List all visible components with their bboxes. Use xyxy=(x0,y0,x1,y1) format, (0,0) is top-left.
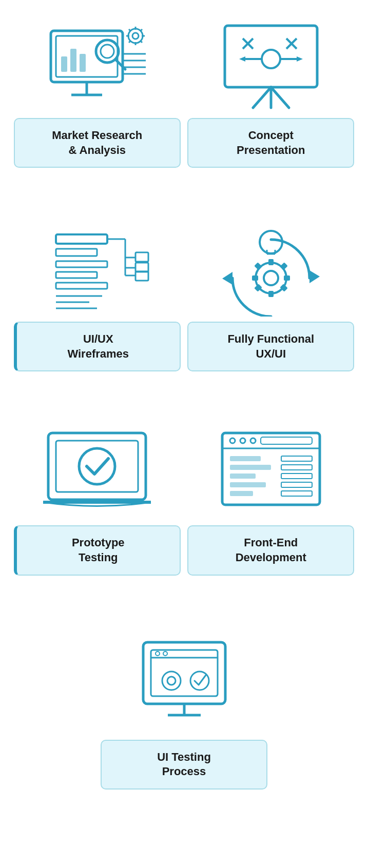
svg-rect-24 xyxy=(225,26,317,87)
prototype-testing-card: PrototypeTesting xyxy=(14,423,181,585)
svg-rect-42 xyxy=(135,252,148,262)
svg-rect-58 xyxy=(268,291,274,297)
svg-point-56 xyxy=(264,271,278,285)
svg-rect-47 xyxy=(56,261,107,267)
svg-line-19 xyxy=(129,41,131,43)
svg-line-34 xyxy=(253,87,271,108)
svg-rect-37 xyxy=(56,234,107,244)
svg-rect-62 xyxy=(280,262,288,270)
svg-line-16 xyxy=(129,29,131,31)
uiux-wireframes-card: UI/UXWireframes xyxy=(14,219,181,382)
svg-rect-69 xyxy=(48,433,146,500)
svg-rect-48 xyxy=(56,272,97,278)
market-research-label: Market Research& Analysis xyxy=(14,118,181,168)
svg-point-11 xyxy=(132,33,139,39)
svg-rect-44 xyxy=(135,263,148,272)
svg-rect-38 xyxy=(56,249,97,256)
uiux-wireframes-label: UI/UXWireframes xyxy=(14,322,181,371)
wireframes-icon xyxy=(14,219,181,322)
svg-rect-84 xyxy=(281,456,312,461)
svg-rect-6 xyxy=(80,54,86,72)
svg-point-98 xyxy=(190,672,209,690)
svg-rect-59 xyxy=(252,275,258,281)
svg-rect-85 xyxy=(281,465,312,470)
svg-rect-80 xyxy=(230,465,271,470)
concept-presentation-label: ConceptPresentation xyxy=(187,118,354,168)
svg-rect-88 xyxy=(281,491,312,496)
market-research-icon xyxy=(14,15,181,118)
svg-point-76 xyxy=(240,438,245,443)
svg-rect-83 xyxy=(230,491,253,496)
svg-line-17 xyxy=(140,41,142,43)
svg-point-96 xyxy=(162,672,181,690)
row-4: UI TestingProcess xyxy=(0,611,368,800)
svg-point-29 xyxy=(262,50,280,68)
market-research-card: Market Research& Analysis xyxy=(14,15,181,178)
fully-functional-card: Fully FunctionalUX/UI xyxy=(187,219,354,382)
concept-presentation-card: ConceptPresentation xyxy=(187,15,354,178)
svg-point-75 xyxy=(230,438,235,443)
svg-rect-5 xyxy=(70,49,76,72)
svg-rect-82 xyxy=(230,482,266,487)
svg-marker-33 xyxy=(297,56,303,62)
svg-marker-53 xyxy=(309,270,320,283)
svg-rect-87 xyxy=(281,482,312,487)
functional-uxui-icon xyxy=(187,219,354,322)
svg-rect-89 xyxy=(143,642,225,704)
prototype-testing-label: PrototypeTesting xyxy=(14,525,181,575)
svg-point-97 xyxy=(167,677,176,685)
row-2: UI/UXWireframes xyxy=(0,204,368,382)
svg-rect-60 xyxy=(284,275,290,281)
svg-point-95 xyxy=(163,652,167,656)
svg-rect-4 xyxy=(61,56,67,72)
row-1: Market Research& Analysis xyxy=(0,0,368,178)
svg-rect-61 xyxy=(254,262,262,270)
svg-marker-54 xyxy=(222,272,233,285)
svg-rect-78 xyxy=(261,437,312,444)
svg-point-65 xyxy=(260,231,282,253)
fully-functional-label: Fully FunctionalUX/UI xyxy=(187,322,354,371)
svg-point-94 xyxy=(156,652,160,656)
svg-point-77 xyxy=(250,438,256,443)
svg-point-8 xyxy=(101,45,114,58)
ui-testing-label: UI TestingProcess xyxy=(101,740,267,790)
svg-rect-57 xyxy=(268,259,274,265)
concept-presentation-icon xyxy=(187,15,354,118)
svg-rect-81 xyxy=(230,474,256,479)
svg-point-72 xyxy=(79,448,115,484)
frontend-dev-label: Front-EndDevelopment xyxy=(187,525,354,575)
row-3: PrototypeTesting xyxy=(0,407,368,585)
svg-rect-86 xyxy=(281,474,312,479)
svg-line-18 xyxy=(140,29,142,31)
frontend-dev-card: Front-EndDevelopment xyxy=(187,423,354,585)
svg-rect-46 xyxy=(135,271,148,281)
ui-testing-icon xyxy=(10,627,358,740)
svg-rect-49 xyxy=(56,283,107,289)
svg-line-36 xyxy=(271,87,289,108)
prototype-testing-icon xyxy=(14,423,181,525)
frontend-dev-icon xyxy=(187,423,354,525)
svg-rect-79 xyxy=(230,456,261,461)
svg-marker-31 xyxy=(239,56,245,62)
